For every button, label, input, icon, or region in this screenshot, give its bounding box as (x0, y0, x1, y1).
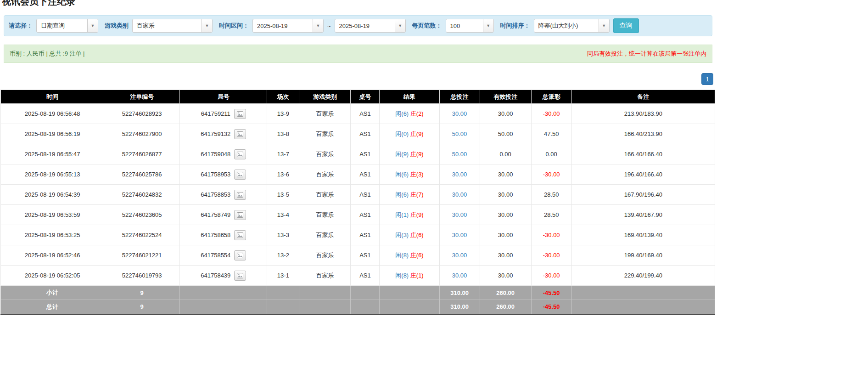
picture-icon (237, 273, 243, 278)
cell-table-no: AS1 (351, 164, 380, 185)
round-detail-icon[interactable] (234, 230, 246, 240)
cell-total-bet: 30.00 (439, 205, 480, 225)
cell-session: 13-9 (267, 104, 299, 124)
total-bet-link[interactable]: 50.00 (452, 130, 467, 137)
payout-value: -30.00 (543, 171, 560, 178)
cell-remark: 139.40/167.90 (571, 205, 715, 225)
chevron-down-icon[interactable]: ▼ (395, 19, 405, 32)
round-number: 641758554 (201, 252, 230, 259)
round-number: 641758658 (201, 232, 230, 238)
cell-valid-bet: 0.00 (480, 144, 531, 164)
date-from-select[interactable]: 2025-08-19 ▼ (252, 19, 324, 33)
cell-total-bet: 30.00 (439, 266, 480, 286)
picture-icon (237, 212, 243, 218)
query-type-select[interactable]: 日期查询 ▼ (36, 19, 98, 33)
cell-payout: -30.00 (531, 164, 571, 185)
chevron-down-icon[interactable]: ▼ (202, 19, 212, 32)
date-to-select[interactable]: 2025-08-19 ▼ (335, 19, 406, 33)
payout-value: 28.50 (544, 191, 559, 198)
chevron-down-icon[interactable]: ▼ (87, 19, 98, 32)
banker-result: 庄(2) (410, 110, 424, 117)
round-detail-icon[interactable] (234, 271, 246, 281)
cell-total-bet: 30.00 (439, 245, 480, 266)
column-header: 备注 (571, 90, 715, 104)
summary-cell: -45.50 (531, 286, 571, 300)
cell-valid-bet: 30.00 (480, 185, 531, 205)
page-button-1[interactable]: 1 (701, 73, 713, 85)
cell-valid-bet: 30.00 (480, 164, 531, 185)
game-type-label: 游戏类别 (105, 22, 129, 30)
table-row: 2025-08-19 06:56:19522746027900641759132… (1, 124, 715, 144)
cell-total-bet: 30.00 (439, 225, 480, 245)
cell-payout: 28.50 (531, 185, 571, 205)
column-header: 时间 (1, 90, 104, 104)
table-row: 2025-08-19 06:55:47522746026877641759048… (1, 144, 715, 164)
total-bet-link[interactable]: 30.00 (452, 191, 467, 198)
cell-payout: -30.00 (531, 245, 571, 266)
cell-bet-id: 522746025786 (104, 164, 180, 185)
per-page-select[interactable]: 100 ▼ (446, 19, 494, 33)
summary-cell (299, 300, 351, 314)
total-bet-link[interactable]: 50.00 (452, 151, 467, 158)
cell-game-type: 百家乐 (299, 124, 351, 144)
summary-cell: 310.00 (439, 300, 480, 314)
round-detail-icon[interactable] (234, 109, 246, 119)
cell-payout: -30.00 (531, 266, 571, 286)
player-result: 闲(0) (395, 130, 409, 137)
date-to-value: 2025-08-19 (335, 19, 395, 32)
total-bet-link[interactable]: 30.00 (452, 232, 467, 238)
round-number: 641758749 (201, 211, 230, 218)
cell-game-type: 百家乐 (299, 144, 351, 164)
round-number: 641758953 (201, 171, 230, 178)
cell-valid-bet: 30.00 (480, 205, 531, 225)
player-result: 闲(8) (395, 272, 409, 279)
query-button[interactable]: 查询 (613, 18, 639, 33)
date-from-value: 2025-08-19 (253, 19, 313, 32)
total-row: 总计9310.00260.00-45.50 (1, 300, 715, 314)
cell-session: 13-4 (267, 205, 299, 225)
cell-table-no: AS1 (351, 124, 380, 144)
column-header: 桌号 (351, 90, 380, 104)
column-header: 总派彩 (531, 90, 571, 104)
total-bet-link[interactable]: 30.00 (452, 211, 467, 218)
total-bet-link[interactable]: 30.00 (452, 272, 467, 279)
round-detail-icon[interactable] (234, 149, 246, 159)
banker-result: 庄(9) (410, 130, 424, 137)
round-number: 641758439 (201, 272, 230, 279)
round-detail-icon[interactable] (234, 210, 246, 220)
column-header: 游戏类别 (299, 90, 351, 104)
currency-summary-text: 币别 : 人民币 | 总共 :9 注单 | (10, 50, 85, 58)
cell-round: 641758554 (180, 245, 267, 266)
summary-cell (267, 300, 299, 314)
picture-icon (237, 152, 243, 157)
payout-value: -30.00 (543, 110, 560, 117)
round-detail-icon[interactable] (234, 129, 246, 139)
chevron-down-icon[interactable]: ▼ (313, 19, 323, 32)
cell-total-bet: 30.00 (439, 104, 480, 124)
time-sort-label: 时间排序： (500, 22, 530, 30)
picture-icon (237, 232, 243, 238)
summary-cell: 310.00 (439, 286, 480, 300)
round-detail-icon[interactable] (234, 250, 246, 260)
pagination: 1 (0, 73, 713, 85)
cell-session: 13-3 (267, 225, 299, 245)
total-bet-link[interactable]: 30.00 (452, 171, 467, 178)
round-detail-icon[interactable] (234, 190, 246, 200)
time-sort-select[interactable]: 降幂(由大到小) ▼ (534, 19, 610, 33)
time-sort-value: 降幂(由大到小) (534, 19, 599, 32)
round-detail-icon[interactable] (234, 170, 246, 180)
cell-payout: -30.00 (531, 225, 571, 245)
cell-round: 641759132 (180, 124, 267, 144)
cell-session: 13-8 (267, 124, 299, 144)
chevron-down-icon[interactable]: ▼ (599, 19, 609, 32)
total-bet-link[interactable]: 30.00 (452, 110, 467, 117)
total-bet-link[interactable]: 30.00 (452, 252, 467, 259)
game-type-select[interactable]: 百家乐 ▼ (132, 19, 213, 33)
chevron-down-icon[interactable]: ▼ (483, 19, 493, 32)
per-page-value: 100 (446, 19, 483, 32)
summary-cell (351, 286, 380, 300)
banker-result: 庄(9) (410, 151, 424, 158)
cell-remark: 229.40/199.40 (571, 266, 715, 286)
picture-icon (237, 253, 243, 258)
banker-result: 庄(6) (410, 252, 424, 259)
